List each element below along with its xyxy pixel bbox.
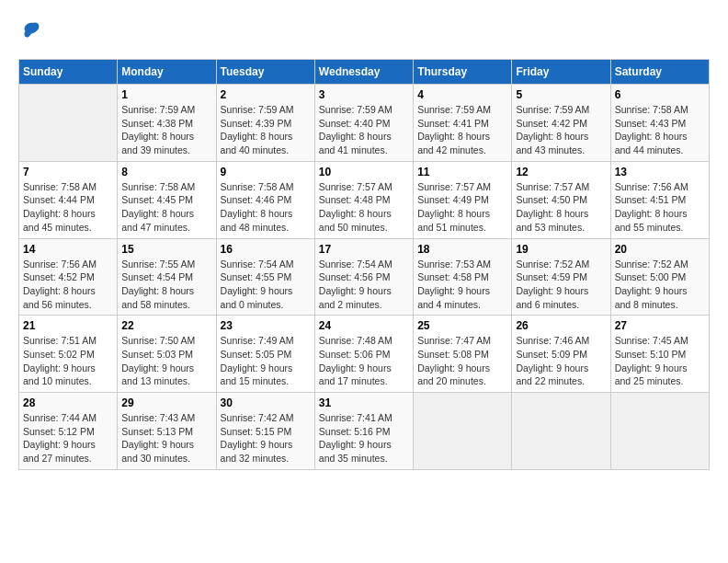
- day-number: 12: [516, 166, 606, 178]
- day-number: 3: [319, 88, 409, 101]
- calendar-cell: 11Sunrise: 7:57 AM Sunset: 4:49 PM Dayli…: [414, 161, 512, 238]
- day-number: 28: [23, 396, 113, 409]
- day-info: Sunrise: 7:54 AM Sunset: 4:55 PM Dayligh…: [221, 258, 311, 312]
- calendar-cell: 27Sunrise: 7:45 AM Sunset: 5:10 PM Dayli…: [610, 316, 709, 393]
- calendar-cell: 8Sunrise: 7:58 AM Sunset: 4:45 PM Daylig…: [118, 161, 216, 238]
- calendar-week-4: 21Sunrise: 7:51 AM Sunset: 5:02 PM Dayli…: [19, 316, 710, 393]
- weekday-header-thursday: Thursday: [414, 60, 512, 85]
- day-number: 8: [121, 166, 211, 178]
- day-info: Sunrise: 7:49 AM Sunset: 5:05 PM Dayligh…: [221, 334, 311, 388]
- day-number: 7: [23, 166, 113, 178]
- calendar-week-2: 7Sunrise: 7:58 AM Sunset: 4:44 PM Daylig…: [19, 161, 710, 238]
- day-info: Sunrise: 7:55 AM Sunset: 4:54 PM Dayligh…: [121, 258, 211, 312]
- day-info: Sunrise: 7:58 AM Sunset: 4:45 PM Dayligh…: [121, 180, 211, 235]
- calendar-cell: 15Sunrise: 7:55 AM Sunset: 4:54 PM Dayli…: [118, 238, 216, 316]
- calendar-cell: 23Sunrise: 7:49 AM Sunset: 5:05 PM Dayli…: [216, 316, 314, 393]
- weekday-header-monday: Monday: [118, 60, 216, 85]
- calendar-cell: 9Sunrise: 7:58 AM Sunset: 4:46 PM Daylig…: [216, 161, 314, 238]
- day-info: Sunrise: 7:57 AM Sunset: 4:50 PM Dayligh…: [516, 180, 606, 235]
- day-info: Sunrise: 7:45 AM Sunset: 5:10 PM Dayligh…: [615, 334, 705, 388]
- day-info: Sunrise: 7:52 AM Sunset: 4:59 PM Dayligh…: [516, 258, 606, 312]
- day-info: Sunrise: 7:51 AM Sunset: 5:02 PM Dayligh…: [23, 334, 113, 388]
- day-info: Sunrise: 7:52 AM Sunset: 5:00 PM Dayligh…: [615, 258, 705, 312]
- calendar-cell: 26Sunrise: 7:46 AM Sunset: 5:09 PM Dayli…: [512, 316, 610, 393]
- day-number: 13: [615, 166, 705, 178]
- day-info: Sunrise: 7:57 AM Sunset: 4:48 PM Dayligh…: [319, 180, 409, 235]
- day-info: Sunrise: 7:42 AM Sunset: 5:15 PM Dayligh…: [221, 411, 311, 465]
- day-info: Sunrise: 7:43 AM Sunset: 5:13 PM Dayligh…: [121, 411, 211, 465]
- calendar-cell: 3Sunrise: 7:59 AM Sunset: 4:40 PM Daylig…: [314, 85, 413, 162]
- calendar-cell: [512, 393, 610, 470]
- calendar-cell: 22Sunrise: 7:50 AM Sunset: 5:03 PM Dayli…: [118, 316, 216, 393]
- day-number: 20: [615, 243, 705, 256]
- logo: [18, 18, 48, 44]
- day-info: Sunrise: 7:59 AM Sunset: 4:41 PM Dayligh…: [417, 103, 507, 157]
- calendar-cell: 12Sunrise: 7:57 AM Sunset: 4:50 PM Dayli…: [512, 161, 610, 238]
- day-number: 29: [121, 396, 211, 409]
- calendar-cell: [19, 85, 118, 162]
- day-number: 14: [23, 243, 113, 256]
- calendar-cell: 1Sunrise: 7:59 AM Sunset: 4:38 PM Daylig…: [118, 85, 216, 162]
- day-info: Sunrise: 7:50 AM Sunset: 5:03 PM Dayligh…: [121, 334, 211, 388]
- day-info: Sunrise: 7:44 AM Sunset: 5:12 PM Dayligh…: [23, 411, 113, 465]
- calendar-cell: 18Sunrise: 7:53 AM Sunset: 4:58 PM Dayli…: [414, 238, 512, 316]
- calendar-cell: [414, 393, 512, 470]
- calendar-cell: 2Sunrise: 7:59 AM Sunset: 4:39 PM Daylig…: [216, 85, 314, 162]
- day-info: Sunrise: 7:59 AM Sunset: 4:42 PM Dayligh…: [516, 103, 606, 157]
- weekday-header-saturday: Saturday: [610, 60, 709, 85]
- calendar-cell: 20Sunrise: 7:52 AM Sunset: 5:00 PM Dayli…: [610, 238, 709, 316]
- calendar-cell: 24Sunrise: 7:48 AM Sunset: 5:06 PM Dayli…: [314, 316, 413, 393]
- day-number: 31: [319, 396, 409, 409]
- calendar-cell: 29Sunrise: 7:43 AM Sunset: 5:13 PM Dayli…: [118, 393, 216, 470]
- day-info: Sunrise: 7:58 AM Sunset: 4:44 PM Dayligh…: [23, 180, 113, 235]
- day-number: 10: [319, 166, 409, 178]
- calendar-cell: 28Sunrise: 7:44 AM Sunset: 5:12 PM Dayli…: [19, 393, 118, 470]
- calendar-cell: 7Sunrise: 7:58 AM Sunset: 4:44 PM Daylig…: [19, 161, 118, 238]
- day-number: 16: [221, 243, 311, 256]
- calendar-cell: 13Sunrise: 7:56 AM Sunset: 4:51 PM Dayli…: [610, 161, 709, 238]
- day-number: 6: [615, 88, 705, 101]
- day-number: 15: [121, 243, 211, 256]
- calendar-cell: 10Sunrise: 7:57 AM Sunset: 4:48 PM Dayli…: [314, 161, 413, 238]
- calendar-cell: 19Sunrise: 7:52 AM Sunset: 4:59 PM Dayli…: [512, 238, 610, 316]
- day-number: 21: [23, 319, 113, 332]
- calendar-cell: 31Sunrise: 7:41 AM Sunset: 5:16 PM Dayli…: [314, 393, 413, 470]
- day-info: Sunrise: 7:53 AM Sunset: 4:58 PM Dayligh…: [417, 258, 507, 312]
- day-number: 2: [221, 88, 311, 101]
- weekday-header-sunday: Sunday: [19, 60, 118, 85]
- calendar-cell: 25Sunrise: 7:47 AM Sunset: 5:08 PM Dayli…: [414, 316, 512, 393]
- day-info: Sunrise: 7:58 AM Sunset: 4:46 PM Dayligh…: [221, 180, 311, 235]
- day-info: Sunrise: 7:47 AM Sunset: 5:08 PM Dayligh…: [417, 334, 507, 388]
- day-info: Sunrise: 7:41 AM Sunset: 5:16 PM Dayligh…: [319, 411, 409, 465]
- calendar-week-3: 14Sunrise: 7:56 AM Sunset: 4:52 PM Dayli…: [19, 238, 710, 316]
- weekday-header-friday: Friday: [512, 60, 610, 85]
- header: [18, 18, 710, 44]
- day-number: 9: [221, 166, 311, 178]
- day-number: 27: [615, 319, 705, 332]
- weekday-header-tuesday: Tuesday: [216, 60, 314, 85]
- day-number: 25: [417, 319, 507, 332]
- calendar-week-1: 1Sunrise: 7:59 AM Sunset: 4:38 PM Daylig…: [19, 85, 710, 162]
- calendar-cell: 17Sunrise: 7:54 AM Sunset: 4:56 PM Dayli…: [314, 238, 413, 316]
- day-info: Sunrise: 7:59 AM Sunset: 4:38 PM Dayligh…: [121, 103, 211, 157]
- day-number: 18: [417, 243, 507, 256]
- day-info: Sunrise: 7:58 AM Sunset: 4:43 PM Dayligh…: [615, 103, 705, 157]
- calendar-cell: 4Sunrise: 7:59 AM Sunset: 4:41 PM Daylig…: [414, 85, 512, 162]
- calendar-cell: 5Sunrise: 7:59 AM Sunset: 4:42 PM Daylig…: [512, 85, 610, 162]
- calendar-cell: 14Sunrise: 7:56 AM Sunset: 4:52 PM Dayli…: [19, 238, 118, 316]
- calendar-cell: 21Sunrise: 7:51 AM Sunset: 5:02 PM Dayli…: [19, 316, 118, 393]
- day-number: 11: [417, 166, 507, 178]
- day-number: 22: [121, 319, 211, 332]
- day-info: Sunrise: 7:59 AM Sunset: 4:39 PM Dayligh…: [221, 103, 311, 157]
- calendar-cell: 6Sunrise: 7:58 AM Sunset: 4:43 PM Daylig…: [610, 85, 709, 162]
- day-number: 19: [516, 243, 606, 256]
- calendar-cell: 30Sunrise: 7:42 AM Sunset: 5:15 PM Dayli…: [216, 393, 314, 470]
- day-number: 24: [319, 319, 409, 332]
- day-info: Sunrise: 7:46 AM Sunset: 5:09 PM Dayligh…: [516, 334, 606, 388]
- day-info: Sunrise: 7:56 AM Sunset: 4:52 PM Dayligh…: [23, 258, 113, 312]
- day-info: Sunrise: 7:59 AM Sunset: 4:40 PM Dayligh…: [319, 103, 409, 157]
- day-number: 30: [221, 396, 311, 409]
- calendar-table: SundayMondayTuesdayWednesdayThursdayFrid…: [18, 59, 710, 470]
- day-number: 26: [516, 319, 606, 332]
- day-info: Sunrise: 7:54 AM Sunset: 4:56 PM Dayligh…: [319, 258, 409, 312]
